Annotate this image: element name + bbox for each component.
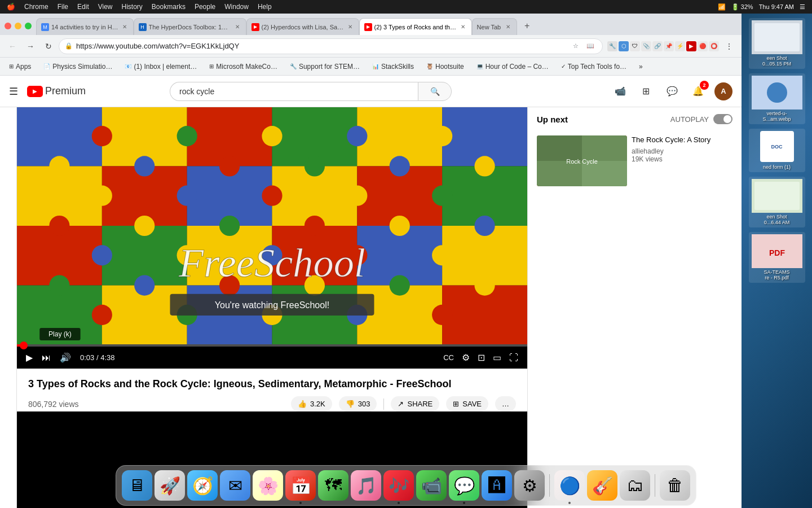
tab-1-close[interactable]: ✕ xyxy=(121,23,129,31)
menu-bookmarks[interactable]: Bookmarks xyxy=(152,3,186,11)
next-button[interactable]: ⏭ xyxy=(39,351,53,365)
new-tab-button[interactable]: + xyxy=(519,18,535,34)
app-menu-chrome[interactable]: Chrome xyxy=(24,3,48,11)
bookmark-more[interactable]: » xyxy=(634,61,647,72)
bookmark-hourofcode[interactable]: 💻 Hour of Code – Co… xyxy=(472,61,553,72)
theater-button[interactable]: ▭ xyxy=(491,350,504,365)
apple-menu[interactable]: 🍎 xyxy=(7,3,15,11)
bookmark-inbox[interactable]: 📧 (1) Inbox | element… xyxy=(120,61,201,72)
address-bar[interactable]: 🔒 https://www.youtube.com/watch?v=EGK1Kk… xyxy=(59,38,603,54)
tab-new-close[interactable]: ✕ xyxy=(504,23,512,31)
bookmark-physics[interactable]: 📄 Physics Simulatio… xyxy=(39,61,117,72)
dock-music[interactable]: 🎶 xyxy=(383,470,414,501)
yt-menu-button[interactable]: ☰ xyxy=(9,85,18,98)
minimize-button[interactable] xyxy=(15,23,21,29)
suggested-video-1[interactable]: Rock Cycle The Rock Cycle: A Story allie… xyxy=(528,131,742,191)
dock-photos[interactable]: 🌸 xyxy=(253,470,283,501)
tab-1[interactable]: M 14 activities to try in H… ✕ xyxy=(36,18,134,35)
desktop-file-3[interactable]: DOC ned form (1) xyxy=(749,129,805,172)
menu-people[interactable]: People xyxy=(195,3,215,11)
miniplayer-button[interactable]: ⊡ xyxy=(475,350,487,365)
bookmark-apps[interactable]: ⊞ Apps xyxy=(5,61,36,72)
yt-upload-button[interactable]: 📹 xyxy=(611,82,630,101)
ext-icon-3[interactable]: 🛡 xyxy=(630,41,640,51)
share-button[interactable]: ↗ SHARE xyxy=(391,396,439,411)
dock-instruments[interactable]: 🎸 xyxy=(587,470,617,501)
like-button[interactable]: 👍 3.2K xyxy=(291,396,332,411)
menu-edit[interactable]: Edit xyxy=(77,3,89,11)
bookmark-stem[interactable]: 🔧 Support for STEM… xyxy=(285,61,364,72)
desktop-file-5[interactable]: PDF SA-TEAMSre - R5.pdf xyxy=(749,232,805,283)
video-thumbnail[interactable]: FreeSchool You're watching FreeSchool! P… xyxy=(17,107,527,344)
desktop-file-4[interactable]: een Shot0...6.44 AM xyxy=(749,177,805,227)
close-button[interactable] xyxy=(5,23,11,29)
dock-trash[interactable]: 🗑 xyxy=(660,470,690,501)
more-button[interactable]: … xyxy=(495,396,516,411)
control-center[interactable]: ☰ xyxy=(800,3,805,11)
volume-button[interactable]: 🔊 xyxy=(58,350,73,365)
dock-launchpad[interactable]: 🚀 xyxy=(155,470,185,501)
yt-user-avatar[interactable]: A xyxy=(714,82,732,100)
tab-4-active[interactable]: ▶ (2) 3 Types of Rocks and the… ✕ xyxy=(359,18,472,35)
ext-icon-1[interactable]: 🔧 xyxy=(607,41,617,51)
dock-finder2[interactable]: 🗂 xyxy=(620,470,650,501)
dock-messages[interactable]: 💬 xyxy=(449,470,479,501)
dock-safari[interactable]: 🧭 xyxy=(187,470,218,501)
ext-icon-7[interactable]: ⚡ xyxy=(675,41,685,51)
menu-history[interactable]: History xyxy=(122,3,143,11)
dock-finder[interactable]: 🖥 xyxy=(122,470,152,501)
dock-facetime[interactable]: 📹 xyxy=(416,470,447,501)
yt-apps-button[interactable]: ⊞ xyxy=(637,82,656,101)
dock-maps[interactable]: 🗺 xyxy=(318,470,348,501)
tab-3-close[interactable]: ✕ xyxy=(346,23,354,31)
ext-icon-4[interactable]: 📎 xyxy=(641,41,651,51)
tab-4-close[interactable]: ✕ xyxy=(459,23,467,31)
yt-notifications-button[interactable]: 🔔 2 xyxy=(689,82,708,101)
dock-sysprefs[interactable]: ⚙ xyxy=(514,470,545,501)
tab-2[interactable]: H The HyperDocs Toolbox: 14… ✕ xyxy=(134,18,246,35)
menu-file[interactable]: File xyxy=(58,3,68,11)
settings-button[interactable]: ⚙ xyxy=(460,350,472,365)
bookmark-stackskills[interactable]: 📊 StackSkills xyxy=(368,61,418,72)
bookmark-star-icon[interactable]: ☆ xyxy=(570,40,582,52)
back-button[interactable]: ← xyxy=(5,38,20,54)
menu-help[interactable]: Help xyxy=(258,3,272,11)
refresh-button[interactable]: ↻ xyxy=(41,38,56,54)
ext-icon-9[interactable]: 🔴 xyxy=(698,41,708,51)
progress-bar[interactable] xyxy=(17,344,527,347)
maximize-button[interactable] xyxy=(25,23,32,29)
readinglist-icon[interactable]: 📖 xyxy=(584,40,597,52)
autoplay-toggle[interactable] xyxy=(713,114,732,124)
desktop-file-1[interactable]: een Shot0...05.15 PM xyxy=(749,18,805,69)
tab-2-close[interactable]: ✕ xyxy=(233,23,241,31)
menu-window[interactable]: Window xyxy=(224,3,249,11)
chrome-menu-button[interactable]: ⋮ xyxy=(721,38,737,54)
dock-chrome[interactable]: 🔵 xyxy=(554,470,585,501)
yt-search-button[interactable]: 🔍 xyxy=(418,82,452,101)
ext-icon-8[interactable]: ▶ xyxy=(686,41,696,51)
play-button[interactable]: ▶ xyxy=(24,350,35,365)
forward-button[interactable]: → xyxy=(23,38,38,54)
bookmark-makecode[interactable]: ⊞ Microsoft MakeCo… xyxy=(205,61,282,72)
ext-icon-10[interactable]: ⭕ xyxy=(709,41,719,51)
cc-button[interactable]: CC xyxy=(441,351,456,364)
dislike-button[interactable]: 👎 303 xyxy=(339,396,377,411)
yt-messages-button[interactable]: 💬 xyxy=(663,82,682,101)
dock-calendar[interactable]: 📅 xyxy=(285,470,316,501)
yt-search-input[interactable] xyxy=(170,82,418,101)
dock-mail[interactable]: ✉ xyxy=(220,470,250,501)
dock-itunes[interactable]: 🎵 xyxy=(351,470,381,501)
menu-view[interactable]: View xyxy=(98,3,113,11)
bookmark-toptech[interactable]: ✓ Top Tech Tools fo… xyxy=(557,61,631,72)
ext-icon-6[interactable]: 📌 xyxy=(664,41,674,51)
save-button[interactable]: ⊞ SAVE xyxy=(446,396,488,411)
fullscreen-button[interactable]: ⛶ xyxy=(507,351,520,365)
bookmark-hootsuite[interactable]: 🦉 Hootsuite xyxy=(422,61,469,72)
yt-logo[interactable]: Premium xyxy=(27,85,86,97)
dock-appstore[interactable]: 🅰 xyxy=(482,470,512,501)
desktop-file-2[interactable]: verted-u-S...am.webp xyxy=(749,73,805,124)
tab-new[interactable]: New Tab ✕ xyxy=(472,18,517,35)
tab-3[interactable]: ▶ (2) Hyperdocs with Lisa, Sar… ✕ xyxy=(246,18,359,35)
ext-icon-5[interactable]: 🔗 xyxy=(652,41,663,51)
ext-icon-2[interactable]: ⬡ xyxy=(619,41,629,51)
